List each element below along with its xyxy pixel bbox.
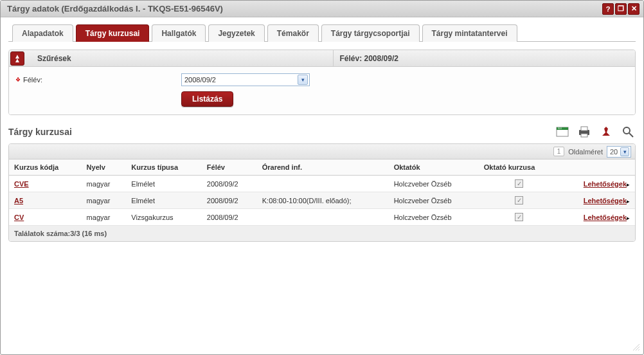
search-icon[interactable] [620, 124, 636, 140]
cell-lang: magyar [82, 209, 127, 226]
svg-rect-5 [581, 134, 587, 137]
term-select-value: 2008/09/2 [184, 76, 216, 84]
filter-panel: ▲▲ Szűrések Félév: 2008/09/2 ❖ Félév: 20… [8, 50, 636, 115]
col-term[interactable]: Félév [202, 159, 257, 176]
checkbox-checked-icon: ✓ [515, 196, 523, 205]
popout-button[interactable]: ❐ [615, 3, 627, 15]
filter-header-right: Félév: 2008/09/2 [333, 50, 636, 66]
checkbox-checked-icon: ✓ [515, 213, 523, 221]
chevron-down-icon: ▾ [620, 147, 629, 156]
page-number[interactable]: 1 [553, 147, 565, 156]
required-icon: ❖ [15, 77, 21, 83]
pin-icon[interactable] [598, 124, 614, 140]
svg-point-7 [623, 127, 630, 134]
dialog-window: Tárgy adatok (Erdőgazdálkodás I. - TKQS-… [0, 0, 644, 355]
collapse-filter-button[interactable]: ▲▲ [10, 51, 24, 66]
checkbox-checked-icon: ✓ [515, 179, 523, 188]
close-button[interactable]: ✕ [628, 3, 640, 15]
grid-toolbar: XLS [555, 124, 636, 140]
cell-type: Elmélet [126, 192, 201, 209]
tab-hallgatok[interactable]: Hallgatók [152, 24, 206, 42]
row-options-link[interactable]: Lehetőségek [584, 197, 627, 205]
col-teachers[interactable]: Oktatók [389, 159, 479, 176]
result-count: Találatok száma:3/3 (16 ms) [9, 226, 635, 241]
course-code-link[interactable]: CVE [14, 180, 29, 188]
row-options-link[interactable]: Lehetőségek [584, 214, 627, 221]
cell-lang: magyar [82, 192, 127, 209]
cell-teachers: Holczveber Özséb [389, 176, 479, 192]
tab-jegyzetek[interactable]: Jegyzetek [208, 24, 264, 42]
svg-text:XLS: XLS [558, 127, 562, 130]
svg-marker-6 [602, 127, 610, 136]
svg-rect-4 [581, 127, 587, 131]
table-row: A5 magyar Elmélet 2008/09/2 K:08:00-10:0… [9, 192, 635, 209]
chevron-right-icon: ▸ [627, 181, 630, 188]
page-size-select[interactable]: 20 ▾ [607, 146, 631, 158]
titlebar: Tárgy adatok (Erdőgazdálkodás I. - TKQS-… [1, 1, 643, 17]
window-title: Tárgy adatok (Erdőgazdálkodás I. - TKQS-… [7, 4, 602, 14]
list-button[interactable]: Listázás [181, 91, 233, 107]
cell-schedule [257, 176, 389, 192]
section-title: Tárgy kurzusai [8, 127, 555, 137]
page-size-label: Oldalméret [568, 148, 603, 156]
tab-temakor[interactable]: Témakör [267, 24, 319, 42]
col-schedule[interactable]: Órarend inf. [257, 159, 389, 176]
term-select[interactable]: 2008/09/2 ▾ [181, 73, 310, 86]
cell-teacher-course: ✓ [479, 176, 560, 192]
grid: 1 Oldalméret 20 ▾ Kurzus kódja Nyelv Kur… [8, 143, 636, 242]
filter-body: ❖ Félév: 2008/09/2 ▾ Listázás [9, 67, 635, 114]
cell-term: 2008/09/2 [202, 209, 257, 226]
cell-schedule: K:08:00-10:00(D/III. előadó); [257, 192, 389, 209]
col-teacher-course[interactable]: Oktató kurzusa [479, 159, 560, 176]
col-options [560, 159, 635, 176]
chevron-down-icon: ▾ [298, 75, 308, 85]
filter-label-term: ❖ Félév: [15, 76, 176, 84]
col-type[interactable]: Kurzus típusa [126, 159, 201, 176]
row-options-link[interactable]: Lehetőségek [584, 180, 627, 188]
svg-line-11 [638, 349, 640, 350]
section-header: Tárgy kurzusai XLS [8, 124, 636, 140]
course-code-link[interactable]: A5 [14, 197, 23, 205]
cell-teacher-course: ✓ [479, 209, 560, 226]
col-code[interactable]: Kurzus kódja [9, 159, 82, 176]
col-lang[interactable]: Nyelv [82, 159, 127, 176]
cell-term: 2008/09/2 [202, 192, 257, 209]
cell-term: 2008/09/2 [202, 176, 257, 192]
table-header-row: Kurzus kódja Nyelv Kurzus típusa Félév Ó… [9, 159, 635, 176]
cell-type: Elmélet [126, 176, 201, 192]
pager: 1 Oldalméret 20 ▾ [9, 144, 635, 159]
export-xls-icon[interactable]: XLS [555, 124, 570, 140]
tab-targy-kurzusai[interactable]: Tárgy kurzusai [76, 24, 150, 42]
chevron-right-icon: ▸ [627, 198, 630, 205]
svg-line-8 [629, 133, 633, 137]
tab-strip: Alapadatok Tárgy kurzusai Hallgatók Jegy… [8, 24, 636, 42]
course-code-link[interactable]: CV [14, 214, 24, 221]
cell-teachers: Holczveber Özséb [389, 209, 479, 226]
cell-lang: magyar [82, 176, 127, 192]
tab-targy-mintatantervei[interactable]: Tárgy mintatantervei [422, 24, 517, 42]
table-row: CV magyar Vizsgakurzus 2008/09/2 Holczve… [9, 209, 635, 226]
courses-table: Kurzus kódja Nyelv Kurzus típusa Félév Ó… [9, 159, 635, 226]
cell-teachers: Holczveber Özséb [389, 192, 479, 209]
filter-header: ▲▲ Szűrések Félév: 2008/09/2 [9, 50, 635, 67]
filter-header-left: Szűrések [31, 50, 333, 66]
cell-teacher-course: ✓ [479, 192, 560, 209]
tab-targy-targycsoportjai[interactable]: Tárgy tárgycsoportjai [321, 24, 420, 42]
filter-row-term: ❖ Félév: 2008/09/2 ▾ [15, 73, 629, 86]
tab-alapadatok[interactable]: Alapadatok [12, 24, 73, 42]
window-content: Alapadatok Tárgy kurzusai Hallgatók Jegy… [1, 17, 643, 354]
help-button[interactable]: ? [602, 3, 614, 15]
term-label-text: Félév: [23, 76, 42, 84]
table-row: CVE magyar Elmélet 2008/09/2 Holczveber … [9, 176, 635, 192]
resize-grip-icon[interactable] [632, 343, 641, 352]
chevron-right-icon: ▸ [627, 215, 630, 221]
print-icon[interactable] [577, 124, 592, 140]
cell-schedule [257, 209, 389, 226]
chevron-up-icon: ▲▲ [14, 55, 21, 62]
cell-type: Vizsgakurzus [126, 209, 201, 226]
page-size-value: 20 [610, 148, 618, 156]
titlebar-buttons: ? ❐ ✕ [602, 3, 640, 15]
